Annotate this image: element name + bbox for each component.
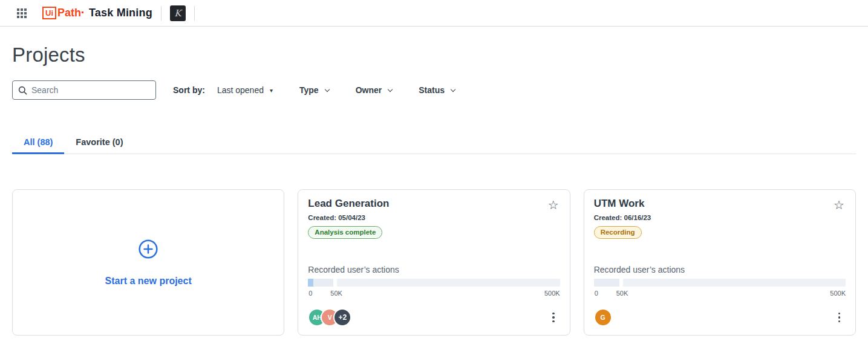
chevron-down-icon (388, 86, 393, 91)
project-status-badge: Analysis complete (308, 226, 382, 239)
page-title: Projects (12, 43, 856, 67)
project-created-date: Created: 05/04/23 (308, 214, 560, 221)
topbar-divider (194, 6, 195, 21)
tab-favorite[interactable]: Favorite (0) (64, 130, 134, 154)
type-filter-dropdown[interactable]: Type (299, 85, 329, 95)
avatar: G (594, 308, 612, 326)
project-card-grid: Start a new project Lead Generation ☆ Cr… (12, 189, 856, 336)
avatar-group: G (594, 308, 612, 326)
owner-filter-label: Owner (356, 85, 382, 95)
tab-all[interactable]: All (88) (12, 130, 64, 154)
tenant-logo-button[interactable]: K (170, 5, 186, 21)
uipath-logo[interactable]: Ui Path Task Mining (42, 7, 152, 19)
progress-segment-first (308, 279, 333, 287)
chevron-down-icon (451, 86, 455, 91)
favorite-star-icon[interactable]: ☆ (548, 198, 559, 212)
caret-down-icon: ▾ (270, 87, 273, 94)
scale-end: 500K (830, 290, 846, 297)
recorded-actions-progress-bar (594, 279, 846, 287)
progress-label: Recorded user’s actions (308, 265, 560, 274)
sort-dropdown-value: Last opened (217, 85, 264, 95)
progress-scale: 0 50K 500K (308, 290, 560, 297)
progress-segment-rest (623, 279, 846, 287)
scale-start: 0 (308, 290, 312, 297)
filter-toolbar: Sort by: Last opened ▾ Type Owner Status (12, 80, 856, 100)
topbar-divider (161, 6, 162, 21)
status-filter-dropdown[interactable]: Status (419, 85, 455, 95)
uipath-logo-path-text: Path (57, 7, 81, 19)
favorite-star-icon[interactable]: ☆ (834, 198, 844, 212)
scale-start: 0 (595, 290, 598, 297)
project-card-header: Lead Generation ☆ (308, 198, 560, 212)
project-card-footer: G (594, 308, 846, 326)
project-card[interactable]: UTM Work ☆ Created: 06/16/23 Recording R… (584, 189, 856, 336)
app-launcher-grid-icon[interactable] (17, 8, 27, 18)
sort-dropdown[interactable]: Last opened ▾ (217, 85, 273, 95)
project-card-header: UTM Work ☆ (594, 198, 846, 212)
progress-label: Recorded user’s actions (594, 265, 846, 274)
status-filter-label: Status (419, 85, 445, 95)
search-box[interactable] (12, 80, 156, 100)
project-title: UTM Work (594, 198, 645, 210)
search-input[interactable] (31, 85, 150, 95)
project-status-badge: Recording (594, 226, 642, 239)
progress-segment-first (594, 279, 619, 287)
chevron-down-icon (324, 86, 329, 91)
search-icon (18, 86, 27, 95)
scale-mid: 50K (616, 290, 628, 297)
projects-page: Projects Sort by: Last opened ▾ Type Own… (0, 43, 868, 336)
uipath-logo-ui-mark: Ui (42, 7, 56, 19)
tenant-logo-icon: K (174, 8, 181, 19)
start-new-project-card[interactable]: Start a new project (12, 189, 284, 336)
kebab-menu-icon[interactable] (834, 310, 845, 326)
recorded-actions-progress-bar (308, 279, 560, 287)
start-new-project-label: Start a new project (105, 276, 192, 287)
tabs-bar: All (88) Favorite (0) (12, 130, 856, 154)
project-card[interactable]: Lead Generation ☆ Created: 05/04/23 Anal… (298, 189, 570, 336)
scale-mid: 50K (330, 290, 342, 297)
top-bar: Ui Path Task Mining K (0, 0, 868, 27)
plus-circle-icon (138, 239, 158, 259)
avatar-group: AH V +2 (308, 308, 351, 326)
type-filter-label: Type (299, 85, 319, 95)
owner-filter-dropdown[interactable]: Owner (356, 85, 393, 95)
scale-end: 500K (544, 290, 560, 297)
product-name: Task Mining (89, 7, 152, 19)
progress-fill (308, 279, 313, 287)
progress-scale: 0 50K 500K (594, 290, 846, 297)
avatar-overflow-count[interactable]: +2 (333, 308, 351, 326)
project-title: Lead Generation (308, 198, 389, 210)
logo-trademark-dot (82, 11, 83, 13)
kebab-menu-icon[interactable] (548, 310, 559, 326)
progress-segment-rest (337, 279, 560, 287)
project-created-date: Created: 06/16/23 (594, 214, 846, 221)
project-card-footer: AH V +2 (308, 308, 560, 326)
sort-by-label: Sort by: (173, 85, 205, 95)
